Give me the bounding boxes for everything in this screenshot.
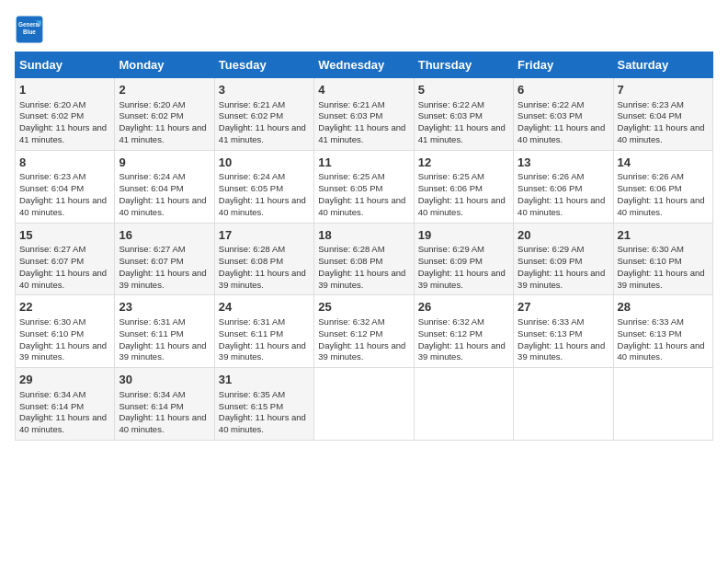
sunrise-label: Sunrise: 6:30 AM	[618, 244, 684, 254]
day-cell-21: 21Sunrise: 6:30 AMSunset: 6:10 PMDayligh…	[613, 223, 712, 295]
sunset-label: Sunset: 6:14 PM	[19, 401, 84, 411]
day-cell-9: 9Sunrise: 6:24 AMSunset: 6:04 PMDaylight…	[115, 150, 214, 223]
sunrise-label: Sunrise: 6:34 AM	[119, 389, 185, 399]
day-cell-15: 15Sunrise: 6:27 AMSunset: 6:07 PMDayligh…	[16, 223, 115, 295]
sunset-label: Sunset: 6:10 PM	[618, 256, 682, 266]
sunrise-label: Sunrise: 6:25 AM	[418, 171, 484, 181]
sunrise-label: Sunrise: 6:23 AM	[19, 171, 85, 181]
daylight-label: Daylight: 11 hours and 41 minutes.	[219, 122, 306, 144]
sunset-label: Sunset: 6:15 PM	[219, 401, 283, 411]
week-row-2: 8Sunrise: 6:23 AMSunset: 6:04 PMDaylight…	[16, 150, 713, 223]
day-number: 28	[618, 299, 709, 316]
daylight-label: Daylight: 11 hours and 40 minutes.	[418, 195, 506, 217]
daylight-label: Daylight: 11 hours and 39 minutes.	[318, 340, 405, 362]
sunrise-label: Sunrise: 6:28 AM	[219, 244, 285, 254]
sunset-label: Sunset: 6:06 PM	[618, 183, 682, 193]
header: General Blue	[15, 15, 713, 44]
sunset-label: Sunset: 6:05 PM	[219, 183, 283, 193]
sunset-label: Sunset: 6:08 PM	[219, 256, 283, 266]
sunrise-label: Sunrise: 6:33 AM	[518, 316, 584, 327]
week-row-4: 22Sunrise: 6:30 AMSunset: 6:10 PMDayligh…	[16, 295, 713, 368]
day-number: 26	[418, 299, 509, 316]
day-cell-30: 30Sunrise: 6:34 AMSunset: 6:14 PMDayligh…	[115, 368, 214, 441]
daylight-label: Daylight: 11 hours and 39 minutes.	[219, 268, 306, 290]
daylight-label: Daylight: 11 hours and 39 minutes.	[318, 268, 405, 290]
day-number: 10	[219, 155, 310, 171]
day-number: 3	[219, 82, 310, 98]
sunrise-label: Sunrise: 6:22 AM	[418, 99, 484, 109]
empty-cell	[514, 368, 613, 441]
sunset-label: Sunset: 6:03 PM	[518, 110, 582, 121]
sunset-label: Sunset: 6:09 PM	[418, 256, 483, 266]
day-number: 12	[418, 155, 509, 171]
day-cell-28: 28Sunrise: 6:33 AMSunset: 6:13 PMDayligh…	[613, 295, 712, 368]
week-row-3: 15Sunrise: 6:27 AMSunset: 6:07 PMDayligh…	[16, 223, 713, 295]
day-number: 11	[318, 155, 409, 171]
sunset-label: Sunset: 6:12 PM	[418, 328, 483, 339]
daylight-label: Daylight: 11 hours and 39 minutes.	[119, 340, 206, 362]
day-cell-27: 27Sunrise: 6:33 AMSunset: 6:13 PMDayligh…	[514, 295, 613, 368]
sunset-label: Sunset: 6:05 PM	[318, 183, 382, 193]
sunset-label: Sunset: 6:06 PM	[518, 183, 582, 193]
sunset-label: Sunset: 6:06 PM	[418, 183, 483, 193]
sunset-label: Sunset: 6:07 PM	[119, 256, 183, 266]
sunrise-label: Sunrise: 6:27 AM	[19, 244, 85, 254]
sunset-label: Sunset: 6:13 PM	[518, 328, 582, 339]
sunrise-label: Sunrise: 6:29 AM	[518, 244, 584, 254]
day-number: 22	[19, 299, 110, 316]
day-number: 16	[119, 227, 210, 244]
day-cell-19: 19Sunrise: 6:29 AMSunset: 6:09 PMDayligh…	[414, 223, 513, 295]
day-number: 27	[518, 299, 609, 316]
sunrise-label: Sunrise: 6:32 AM	[418, 316, 484, 327]
sunset-label: Sunset: 6:09 PM	[518, 256, 582, 266]
daylight-label: Daylight: 11 hours and 40 minutes.	[618, 195, 705, 217]
week-row-1: 1Sunrise: 6:20 AMSunset: 6:02 PMDaylight…	[16, 78, 713, 151]
day-cell-23: 23Sunrise: 6:31 AMSunset: 6:11 PMDayligh…	[115, 295, 214, 368]
sunset-label: Sunset: 6:13 PM	[618, 328, 682, 339]
daylight-label: Daylight: 11 hours and 41 minutes.	[318, 122, 405, 144]
daylight-label: Daylight: 11 hours and 40 minutes.	[219, 195, 306, 217]
sunrise-label: Sunrise: 6:30 AM	[19, 316, 85, 327]
day-cell-3: 3Sunrise: 6:21 AMSunset: 6:02 PMDaylight…	[214, 78, 313, 151]
sunrise-label: Sunrise: 6:22 AM	[518, 99, 584, 109]
sunrise-label: Sunrise: 6:29 AM	[418, 244, 484, 254]
day-number: 13	[518, 155, 609, 171]
day-number: 7	[618, 82, 709, 98]
daylight-label: Daylight: 11 hours and 39 minutes.	[119, 268, 206, 290]
empty-cell	[414, 368, 513, 441]
day-number: 21	[618, 227, 709, 244]
day-cell-7: 7Sunrise: 6:23 AMSunset: 6:04 PMDaylight…	[613, 78, 712, 151]
calendar-container: General Blue SundayMondayTuesdayWednesda…	[0, 0, 728, 448]
sunrise-label: Sunrise: 6:28 AM	[318, 244, 384, 254]
day-cell-31: 31Sunrise: 6:35 AMSunset: 6:15 PMDayligh…	[214, 368, 313, 441]
logo-icon: General Blue	[15, 15, 44, 44]
sunrise-label: Sunrise: 6:33 AM	[618, 316, 684, 327]
sunrise-label: Sunrise: 6:24 AM	[119, 171, 185, 181]
daylight-label: Daylight: 11 hours and 39 minutes.	[418, 340, 506, 362]
sunrise-label: Sunrise: 6:31 AM	[219, 316, 285, 327]
daylight-label: Daylight: 11 hours and 40 minutes.	[19, 195, 107, 217]
empty-cell	[613, 368, 712, 441]
weekday-header-row: SundayMondayTuesdayWednesdayThursdayFrid…	[16, 52, 713, 78]
sunset-label: Sunset: 6:04 PM	[618, 110, 682, 121]
sunrise-label: Sunrise: 6:32 AM	[318, 316, 384, 327]
weekday-header-wednesday: Wednesday	[314, 52, 414, 78]
sunrise-label: Sunrise: 6:23 AM	[618, 99, 684, 109]
sunrise-label: Sunrise: 6:20 AM	[19, 99, 85, 109]
sunrise-label: Sunrise: 6:24 AM	[219, 171, 285, 181]
day-number: 25	[318, 299, 409, 316]
day-number: 14	[618, 155, 709, 171]
daylight-label: Daylight: 11 hours and 40 minutes.	[119, 195, 206, 217]
day-cell-18: 18Sunrise: 6:28 AMSunset: 6:08 PMDayligh…	[314, 223, 414, 295]
day-cell-17: 17Sunrise: 6:28 AMSunset: 6:08 PMDayligh…	[214, 223, 313, 295]
day-number: 29	[19, 372, 110, 388]
day-number: 4	[318, 82, 409, 98]
day-number: 9	[119, 155, 210, 171]
sunset-label: Sunset: 6:03 PM	[318, 110, 382, 121]
day-number: 20	[518, 227, 609, 244]
sunset-label: Sunset: 6:02 PM	[219, 110, 283, 121]
day-number: 2	[119, 82, 210, 98]
day-number: 24	[219, 299, 310, 316]
day-number: 6	[518, 82, 609, 98]
daylight-label: Daylight: 11 hours and 40 minutes.	[618, 122, 705, 144]
